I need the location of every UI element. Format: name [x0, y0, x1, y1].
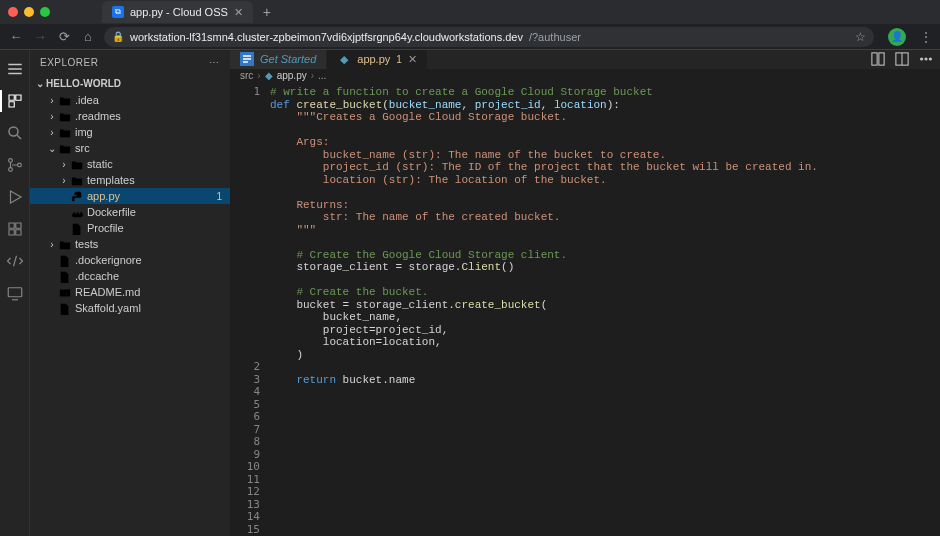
tree-node-tests[interactable]: ›tests	[30, 236, 230, 252]
window-traffic-lights[interactable]	[8, 7, 50, 17]
address-bar[interactable]: 🔒 workstation-lf31smn4.cluster-zpbeimon7…	[104, 27, 874, 47]
chevron-icon	[46, 303, 58, 314]
tree-node--dockerignore[interactable]: .dockerignore	[30, 252, 230, 268]
nav-home-button[interactable]: ⌂	[80, 29, 96, 45]
chrome-menu-icon[interactable]: ⋮	[920, 30, 932, 44]
breadcrumb-seg-1[interactable]: src	[240, 70, 253, 81]
svg-rect-6	[872, 53, 877, 65]
nav-back-button[interactable]: ←	[8, 29, 24, 45]
chevron-down-icon: ⌄	[34, 78, 46, 89]
browser-tab[interactable]: ⧉ app.py - Cloud OSS ✕	[102, 1, 253, 23]
editor-tab-app-py[interactable]: ◆app.py1✕	[327, 50, 428, 69]
nav-forward-button[interactable]: →	[32, 29, 48, 45]
folder-icon	[58, 237, 72, 250]
bookmark-icon[interactable]: ☆	[855, 30, 866, 44]
tree-node-label: .readmes	[75, 110, 121, 122]
yaml-icon	[58, 301, 72, 314]
window-minimize-icon[interactable]	[24, 7, 34, 17]
tree-node-app-py[interactable]: app.py1	[30, 188, 230, 204]
code-editor[interactable]: 1 2 3 4 5 6 7 8 9 10 11 12 13 14 15 # wr…	[230, 82, 940, 536]
cloud-code-view-icon[interactable]	[4, 250, 26, 272]
tab-close-icon[interactable]: ✕	[234, 6, 243, 19]
tree-node-label: .dccache	[75, 270, 119, 282]
tree-node-src[interactable]: ⌄src	[30, 140, 230, 156]
browser-chrome: ⧉ app.py - Cloud OSS ✕ + ← → ⟳ ⌂ 🔒 works…	[0, 0, 940, 50]
folder-icon	[58, 141, 72, 154]
source-control-view-icon[interactable]	[4, 154, 26, 176]
window-zoom-icon[interactable]	[40, 7, 50, 17]
tab-badge: 1	[396, 54, 402, 65]
chevron-icon: ›	[46, 95, 58, 106]
tree-node-static[interactable]: ›static	[30, 156, 230, 172]
chevron-icon	[58, 223, 70, 234]
explorer-more-icon[interactable]: ⋯	[209, 57, 220, 68]
file-icon	[58, 269, 72, 282]
editor-tab-label: app.py	[357, 53, 390, 65]
py-icon	[70, 189, 84, 202]
editor-tabbar: Get Started◆app.py1✕	[230, 50, 940, 69]
vscode-favicon-icon: ⧉	[112, 6, 124, 18]
extensions-view-icon[interactable]	[4, 218, 26, 240]
browser-tab-title: app.py - Cloud OSS	[130, 6, 228, 18]
svg-point-2	[8, 168, 12, 172]
file-tree: ›.idea›.readmes›img⌄src›static›templates…	[30, 92, 230, 536]
split-editor-icon[interactable]	[894, 51, 910, 67]
svg-point-10	[925, 58, 927, 60]
tree-node-label: static	[87, 158, 113, 170]
chevron-icon	[58, 207, 70, 218]
url-host: workstation-lf31smn4.cluster-zpbeimon7vd…	[130, 31, 523, 43]
activity-bar	[0, 50, 30, 536]
svg-point-11	[929, 58, 931, 60]
breadcrumb-seg-3[interactable]: ...	[318, 70, 326, 81]
tree-node-label: .dockerignore	[75, 254, 142, 266]
window-close-icon[interactable]	[8, 7, 18, 17]
compare-changes-icon[interactable]	[870, 51, 886, 67]
svg-point-1	[8, 159, 12, 163]
file-icon	[70, 221, 84, 234]
tree-node-label: README.md	[75, 286, 140, 298]
new-tab-button[interactable]: +	[263, 4, 271, 20]
folder-icon	[58, 109, 72, 122]
chevron-icon: ›	[46, 239, 58, 250]
tree-node-procfile[interactable]: Procfile	[30, 220, 230, 236]
tree-node-skaffold-yaml[interactable]: Skaffold.yaml	[30, 300, 230, 316]
tree-node--dccache[interactable]: .dccache	[30, 268, 230, 284]
tree-node-readme-md[interactable]: README.md	[30, 284, 230, 300]
lock-icon: 🔒	[112, 31, 124, 42]
chevron-icon: ›	[58, 175, 70, 186]
tree-node-label: Procfile	[87, 222, 124, 234]
breadcrumb-seg-2[interactable]: app.py	[277, 70, 307, 81]
get-started-icon	[240, 52, 254, 66]
python-icon: ◆	[337, 52, 351, 66]
project-root[interactable]: ⌄ HELLO-WORLD	[30, 74, 230, 92]
menu-button[interactable]	[4, 58, 26, 80]
tree-node-templates[interactable]: ›templates	[30, 172, 230, 188]
project-name: HELLO-WORLD	[46, 78, 121, 89]
nav-reload-button[interactable]: ⟳	[56, 29, 72, 45]
tree-node-label: .idea	[75, 94, 99, 106]
run-debug-view-icon[interactable]	[4, 186, 26, 208]
tree-node--readmes[interactable]: ›.readmes	[30, 108, 230, 124]
search-view-icon[interactable]	[4, 122, 26, 144]
chevron-icon: ›	[58, 159, 70, 170]
tree-node-img[interactable]: ›img	[30, 124, 230, 140]
editor-more-icon[interactable]	[918, 51, 934, 67]
chevron-icon	[46, 271, 58, 282]
remote-view-icon[interactable]	[4, 282, 26, 304]
editor-tab-get-started[interactable]: Get Started	[230, 50, 327, 69]
folder-icon	[70, 157, 84, 170]
chevron-icon	[58, 191, 70, 202]
tree-node--idea[interactable]: ›.idea	[30, 92, 230, 108]
tree-node-label: app.py	[87, 190, 120, 202]
profile-avatar[interactable]: 👤	[888, 28, 906, 46]
tree-node-dockerfile[interactable]: Dockerfile	[30, 204, 230, 220]
tree-node-label: tests	[75, 238, 98, 250]
tab-close-icon[interactable]: ✕	[408, 53, 417, 66]
breadcrumb[interactable]: src › ◆ app.py › ...	[230, 69, 940, 82]
code-content[interactable]: # write a function to create a Google Cl…	[270, 82, 940, 536]
explorer-view-icon[interactable]	[4, 90, 26, 112]
svg-point-3	[17, 163, 21, 167]
md-icon	[58, 285, 72, 298]
line-gutter: 1 2 3 4 5 6 7 8 9 10 11 12 13 14 15	[230, 82, 270, 536]
vscode-window: EXPLORER ⋯ ⌄ HELLO-WORLD ›.idea›.readmes…	[0, 50, 940, 536]
